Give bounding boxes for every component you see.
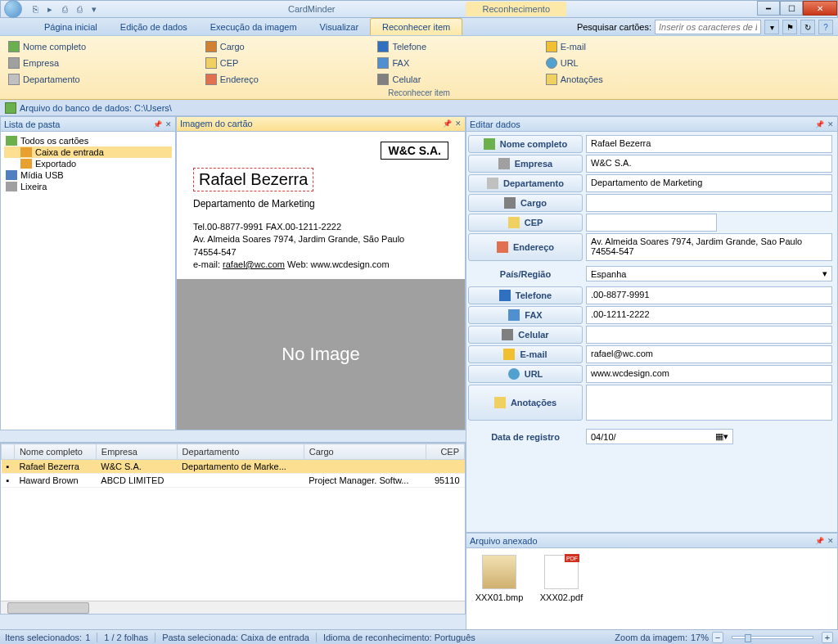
qat-btn-4[interactable]: ⎙ bbox=[73, 2, 86, 16]
minimize-button[interactable]: ━ bbox=[757, 1, 780, 16]
field-btn-company[interactable]: Empresa bbox=[468, 155, 583, 173]
field-btn-department[interactable]: Departamento bbox=[468, 174, 583, 192]
refresh-icon[interactable]: ↻ bbox=[800, 20, 815, 34]
qat-dropdown-icon[interactable]: ▾ bbox=[88, 2, 101, 16]
help-icon[interactable]: ? bbox=[818, 20, 833, 34]
ribbon-full-name[interactable]: Nome completo bbox=[8, 39, 194, 54]
field-btn-mobile[interactable]: Celular bbox=[468, 326, 583, 344]
table-row[interactable]: ▪Rafael BezerraW&C S.A.Departamento de M… bbox=[2, 460, 465, 474]
close-panel-icon[interactable]: ✕ bbox=[165, 120, 172, 128]
status-folder: Pasta selecionada: Caixa de entrada bbox=[162, 633, 309, 642]
search-go-icon[interactable]: ⚑ bbox=[782, 20, 797, 34]
tab-view[interactable]: Visualizar bbox=[309, 19, 371, 35]
tree-all-cards[interactable]: Todos os cartões bbox=[4, 135, 172, 146]
input-mobile[interactable] bbox=[586, 326, 832, 344]
field-btn-notes[interactable]: Anotações bbox=[468, 385, 583, 421]
pin-icon[interactable]: 📌 bbox=[153, 120, 162, 128]
maximize-button[interactable]: ☐ bbox=[780, 1, 803, 16]
search-dropdown-icon[interactable]: ▾ bbox=[764, 20, 779, 34]
ribbon-email[interactable]: E-mail bbox=[546, 39, 711, 54]
input-reg-date[interactable]: 04/10/▦▾ bbox=[586, 429, 733, 444]
folder-tree: Todos os cartões Caixa de entrada Export… bbox=[1, 132, 175, 430]
attachment-item[interactable]: XXX01.bmp bbox=[473, 555, 525, 624]
card-contact-lines: Tel.00-8877-9991 FAX.00-1211-2222 Av. Al… bbox=[193, 221, 448, 272]
input-address[interactable]: Av. Almeida Soares 7974, Jardim Grande, … bbox=[586, 233, 832, 261]
qat-print-icon[interactable]: ⎙ bbox=[58, 2, 71, 16]
ribbon-phone[interactable]: Telefone bbox=[377, 39, 534, 54]
close-panel-icon[interactable]: ✕ bbox=[827, 120, 834, 128]
field-btn-phone[interactable]: Telefone bbox=[468, 286, 583, 304]
mobile-icon bbox=[502, 329, 513, 340]
ribbon-notes[interactable]: Anotações bbox=[546, 72, 711, 87]
field-btn-fax[interactable]: FAX bbox=[468, 306, 583, 324]
ribbon-group-caption: Reconhecer item bbox=[8, 87, 830, 97]
input-notes[interactable] bbox=[586, 385, 832, 421]
ribbon-company[interactable]: Empresa bbox=[8, 56, 194, 70]
input-phone[interactable]: .00-8877-9991 bbox=[586, 286, 832, 304]
input-fax[interactable]: .00-1211-2222 bbox=[586, 306, 832, 324]
qat-btn-2[interactable]: ▸ bbox=[43, 2, 56, 16]
ribbon-title[interactable]: Cargo bbox=[205, 39, 367, 54]
field-btn-title[interactable]: Cargo bbox=[468, 194, 583, 212]
pin-icon[interactable]: 📌 bbox=[443, 119, 452, 128]
col-name[interactable]: Nome completo bbox=[14, 444, 96, 460]
close-button[interactable]: ✕ bbox=[803, 1, 837, 16]
search-input[interactable] bbox=[655, 20, 761, 34]
zoom-slider[interactable] bbox=[732, 636, 813, 639]
pin-icon[interactable]: 📌 bbox=[815, 120, 824, 128]
envelope-icon bbox=[503, 349, 515, 360]
titlebar: ⎘ ▸ ⎙ ⎙ ▾ CardMinder Reconhecimento ━ ☐ … bbox=[0, 0, 838, 18]
field-btn-email[interactable]: E-mail bbox=[468, 345, 583, 363]
tab-image-exec[interactable]: Execução da imagem bbox=[199, 19, 309, 35]
dept-icon bbox=[487, 178, 498, 189]
qat-btn-1[interactable]: ⎘ bbox=[29, 2, 42, 16]
input-department[interactable]: Departamento de Marketing bbox=[586, 174, 832, 192]
col-company[interactable]: Empresa bbox=[96, 444, 177, 460]
field-btn-full-name[interactable]: Nome completo bbox=[468, 135, 583, 153]
input-zip[interactable] bbox=[586, 214, 717, 232]
ribbon-department[interactable]: Departamento bbox=[8, 72, 194, 87]
tab-edit-data[interactable]: Edição de dados bbox=[109, 19, 199, 35]
dept-icon bbox=[8, 74, 20, 85]
card-image-viewer[interactable]: W&C S.A. Rafael Bezerra Departamento de … bbox=[177, 132, 465, 430]
field-btn-zip[interactable]: CEP bbox=[468, 214, 583, 232]
folder-icon bbox=[20, 159, 32, 169]
person-icon bbox=[484, 138, 495, 150]
card-image-header: Imagem do cartão 📌 ✕ bbox=[177, 117, 465, 132]
input-url[interactable]: www.wcdesign.com bbox=[586, 365, 832, 383]
envelope-icon bbox=[546, 41, 557, 52]
app-orb-button[interactable] bbox=[4, 0, 22, 18]
input-company[interactable]: W&C S.A. bbox=[586, 155, 832, 173]
close-panel-icon[interactable]: ✕ bbox=[455, 119, 462, 128]
ribbon-zip[interactable]: CEP bbox=[205, 56, 367, 70]
input-full-name[interactable]: Rafael Bezerra bbox=[586, 135, 832, 153]
tree-exported[interactable]: Exportado bbox=[4, 158, 172, 169]
tab-recognize-item[interactable]: Reconhecer item bbox=[370, 18, 462, 35]
zip-icon bbox=[508, 217, 520, 228]
ribbon-mobile[interactable]: Celular bbox=[377, 72, 534, 87]
ribbon-address[interactable]: Endereço bbox=[205, 72, 367, 87]
zoom-in-button[interactable]: + bbox=[822, 632, 833, 643]
zoom-label: Zoom da imagem: bbox=[615, 633, 687, 642]
pin-icon[interactable]: 📌 bbox=[815, 537, 824, 545]
field-btn-address[interactable]: Endereço bbox=[468, 233, 583, 261]
field-btn-url[interactable]: URL bbox=[468, 365, 583, 383]
zoom-out-button[interactable]: − bbox=[712, 632, 723, 643]
tree-trash[interactable]: Lixeira bbox=[4, 181, 172, 192]
close-panel-icon[interactable]: ✕ bbox=[827, 537, 834, 545]
input-title[interactable] bbox=[586, 194, 832, 212]
attachment-list: XXX01.bmp PDF XXX02.pdf bbox=[466, 548, 837, 630]
input-email[interactable]: rafael@wc.com bbox=[586, 345, 832, 363]
tree-inbox[interactable]: Caixa de entrada bbox=[4, 146, 172, 158]
col-department[interactable]: Departamento bbox=[177, 444, 304, 460]
select-country[interactable]: Espanha▾ bbox=[586, 266, 832, 281]
ribbon-url[interactable]: URL bbox=[546, 56, 711, 70]
attachment-item[interactable]: PDF XXX02.pdf bbox=[535, 555, 588, 624]
ribbon-fax[interactable]: FAX bbox=[377, 56, 534, 70]
table-row[interactable]: ▪Haward BrownABCD LIMITEDProject Manager… bbox=[2, 474, 465, 488]
tab-home[interactable]: Página inicial bbox=[33, 19, 109, 35]
horizontal-scrollbar[interactable] bbox=[1, 601, 465, 614]
tree-usb-media[interactable]: Mídia USB bbox=[4, 169, 172, 181]
col-title[interactable]: Cargo bbox=[304, 444, 426, 460]
col-zip[interactable]: CEP bbox=[426, 444, 464, 460]
